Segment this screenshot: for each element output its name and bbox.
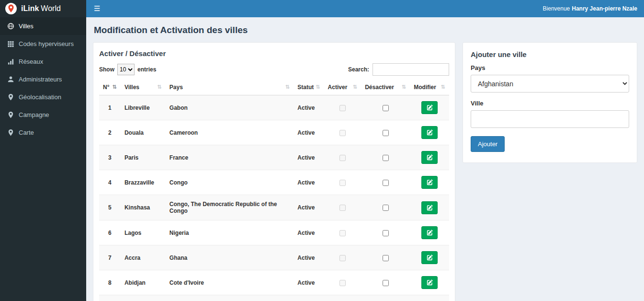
activer-checkbox[interactable] [339, 130, 346, 136]
desactiver-checkbox[interactable] [383, 230, 389, 236]
ville-cell: Lagos [121, 220, 166, 245]
pays-cell: Congo, The Democratic Republic of the Co… [166, 195, 294, 220]
desactiver-cell [361, 95, 410, 120]
desactiver-cell [361, 270, 410, 295]
villes-table: N°⇅Villes⇅Pays⇅Statut⇅Activer⇅Désactiver… [99, 80, 449, 301]
pays-select[interactable]: Afghanistan [471, 75, 629, 93]
brand[interactable]: iLinkWorld [0, 0, 86, 17]
column-header-modifier[interactable]: Modifier⇅ [410, 80, 449, 95]
sidebar-item-administrateurs[interactable]: Administrateurs [0, 70, 86, 88]
column-header-n[interactable]: N°⇅ [99, 80, 121, 95]
statut-cell: Active [294, 120, 324, 145]
main-content: Modification et Activation des villes Ac… [86, 0, 644, 301]
activer-cell [324, 120, 362, 145]
column-label: Pays [169, 84, 183, 91]
sidebar-item-geolocalisation[interactable]: Géolocalisation [0, 88, 86, 106]
pays-cell: France [166, 145, 294, 170]
activer-checkbox[interactable] [339, 205, 346, 211]
search-input[interactable] [373, 63, 449, 76]
desactiver-checkbox[interactable] [383, 105, 389, 111]
ajouter-button[interactable]: Ajouter [471, 136, 505, 152]
activer-cell [324, 195, 362, 220]
sidebar-item-carte[interactable]: Carte [0, 124, 86, 141]
numero-cell: 9 [99, 295, 121, 301]
signal-icon [7, 58, 14, 65]
column-header-villes[interactable]: Villes⇅ [121, 80, 166, 95]
modifier-cell [410, 195, 449, 220]
desactiver-cell [361, 170, 410, 195]
edit-icon [427, 205, 433, 211]
desactiver-cell [361, 120, 410, 145]
sidebar: VillesCodes hyperviseursRéseauxAdministr… [0, 17, 86, 301]
modifier-button[interactable] [421, 126, 438, 139]
modifier-button[interactable] [421, 201, 438, 214]
desactiver-cell [361, 145, 410, 170]
sidebar-item-label: Codes hyperviseurs [19, 40, 74, 47]
modifier-button[interactable] [421, 276, 438, 289]
desactiver-checkbox[interactable] [383, 205, 389, 211]
menu-icon[interactable]: ☰ [86, 0, 108, 17]
activer-checkbox[interactable] [339, 105, 346, 111]
pays-cell: Ghana [166, 245, 294, 270]
activer-checkbox[interactable] [339, 180, 346, 186]
ville-cell: Douala [121, 120, 166, 145]
numero-cell: 7 [99, 245, 121, 270]
modifier-button[interactable] [421, 151, 438, 164]
table-row: 1LibrevilleGabonActive [99, 95, 449, 120]
sidebar-item-campagne[interactable]: Campagne [0, 106, 86, 124]
activer-checkbox[interactable] [339, 280, 346, 286]
desactiver-checkbox[interactable] [383, 180, 389, 186]
edit-icon [427, 179, 433, 185]
numero-cell: 1 [99, 95, 121, 120]
numero-cell: 2 [99, 120, 121, 145]
column-header-activer[interactable]: Activer⇅ [324, 80, 362, 95]
sort-icon: ⇅ [402, 84, 406, 90]
desactiver-checkbox[interactable] [383, 280, 389, 286]
ville-cell: Paris [121, 145, 166, 170]
page-length-select[interactable]: 10 [117, 64, 135, 75]
sidebar-item-codes-hyperviseurs[interactable]: Codes hyperviseurs [0, 35, 86, 53]
statut-cell: Active [294, 95, 324, 120]
modifier-button[interactable] [421, 101, 438, 114]
ville-input[interactable] [471, 110, 629, 128]
pin-icon [7, 93, 14, 101]
table-row: 3ParisFranceActive [99, 145, 449, 170]
user-icon [7, 76, 14, 83]
sidebar-item-reseaux[interactable]: Réseaux [0, 53, 86, 70]
modifier-cell [410, 145, 449, 170]
sidebar-item-villes[interactable]: Villes [0, 17, 86, 35]
desactiver-cell [361, 295, 410, 301]
desactiver-checkbox[interactable] [383, 155, 389, 161]
column-header-pays[interactable]: Pays⇅ [166, 80, 294, 95]
column-label: Modifier [414, 84, 436, 91]
activer-checkbox[interactable] [339, 155, 346, 161]
modifier-button[interactable] [421, 226, 438, 239]
modifier-button[interactable] [421, 176, 438, 189]
statut-cell: Active [294, 295, 324, 301]
entries-label: entries [137, 66, 156, 73]
desactiver-checkbox[interactable] [383, 255, 389, 261]
ville-cell: Kinshasa [121, 195, 166, 220]
edit-icon [427, 154, 433, 161]
globe-icon [7, 23, 14, 30]
column-header-statut[interactable]: Statut⇅ [294, 80, 324, 95]
add-panel-title: Ajouter une ville [471, 50, 629, 58]
desactiver-checkbox[interactable] [383, 130, 389, 136]
modifier-cell [410, 170, 449, 195]
activer-cell [324, 95, 362, 120]
pin-icon [7, 111, 14, 118]
column-label: Activer [328, 84, 348, 91]
ville-cell: Accra [121, 245, 166, 270]
statut-cell: Active [294, 145, 324, 170]
desactiver-cell [361, 245, 410, 270]
edit-icon [427, 104, 433, 111]
column-header-desactiver[interactable]: Désactiver⇅ [361, 80, 410, 95]
modifier-button[interactable] [421, 251, 438, 264]
activer-cell [324, 145, 362, 170]
sort-icon: ⇅ [158, 84, 162, 90]
column-label: Désactiver [365, 84, 394, 91]
activer-checkbox[interactable] [339, 255, 346, 261]
activer-checkbox[interactable] [339, 230, 346, 236]
ville-cell: Brazzaville [121, 170, 166, 195]
sort-icon: ⇅ [285, 84, 290, 90]
